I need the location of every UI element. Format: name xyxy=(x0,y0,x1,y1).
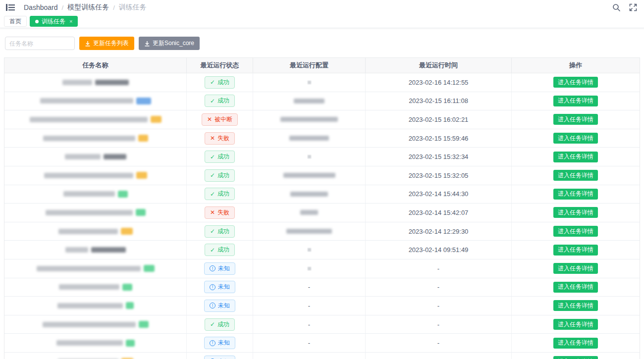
status-label: 被中断 xyxy=(215,115,232,124)
last-run-time-cell: - xyxy=(366,278,512,297)
status-label: 成功 xyxy=(217,153,229,161)
enter-task-detail-button[interactable]: 进入任务详情 xyxy=(553,152,598,162)
task-tag-blue xyxy=(136,98,151,104)
sidebar-collapse-icon[interactable] xyxy=(6,3,16,12)
config-cell xyxy=(253,148,366,166)
status-label: 失败 xyxy=(217,208,229,217)
redacted-task-name xyxy=(57,303,123,308)
tab-training-tasks[interactable]: 训练任务 × xyxy=(30,16,78,27)
last-run-time-cell: 2023-02-16 14:12:55 xyxy=(366,73,512,92)
status-cell: ✓成功 xyxy=(187,222,253,241)
last-run-time-cell: 2023-02-15 15:59:46 xyxy=(366,129,512,148)
task-tag-green xyxy=(126,302,134,309)
last-run-time-cell: - xyxy=(366,297,512,315)
check-icon: ✓ xyxy=(210,79,215,85)
action-cell: 进入任务详情 xyxy=(512,166,640,185)
update-task-list-button[interactable]: 更新任务列表 xyxy=(79,37,134,50)
enter-task-detail-button[interactable]: 进入任务详情 xyxy=(553,245,598,256)
breadcrumb-item-model-training[interactable]: 模型训练任务 xyxy=(67,3,109,12)
status-label: 成功 xyxy=(217,227,229,236)
status-cell: ✓成功 xyxy=(187,148,253,166)
table-body: ✓成功2023-02-16 14:12:55进入任务详情✓成功2023-02-1… xyxy=(4,73,640,359)
enter-task-detail-button[interactable]: 进入任务详情 xyxy=(553,133,598,144)
config-cell: - xyxy=(253,278,366,297)
check-icon: ✓ xyxy=(210,154,215,160)
enter-task-detail-button[interactable]: 进入任务详情 xyxy=(553,338,598,349)
status-cell: !未知 xyxy=(187,334,253,352)
action-cell: 进入任务详情 xyxy=(512,92,640,110)
config-cell xyxy=(253,166,366,185)
redacted-config xyxy=(283,173,335,178)
enter-task-detail-button[interactable]: 进入任务详情 xyxy=(553,170,598,181)
search-icon[interactable] xyxy=(611,2,621,12)
status-cell: !未知 xyxy=(187,297,253,315)
table-row: ✓成功2023-02-14 15:44:30进入任务详情 xyxy=(4,185,640,204)
config-cell xyxy=(253,259,366,278)
status-label: 未知 xyxy=(218,339,230,347)
task-tag-green xyxy=(118,191,128,198)
breadcrumb-item-training-tasks: 训练任务 xyxy=(119,3,147,12)
column-header-task-name: 任务名称 xyxy=(4,58,187,73)
action-cell: 进入任务详情 xyxy=(512,222,640,241)
redacted-task-name xyxy=(91,247,126,253)
active-tab-dot-icon xyxy=(35,20,39,23)
table-row: ✓成功2023-02-15 16:11:08进入任务详情 xyxy=(4,92,640,111)
status-cell: !未知 xyxy=(187,278,253,297)
config-cell: - xyxy=(253,297,366,315)
enter-task-detail-button[interactable]: 进入任务详情 xyxy=(553,226,598,237)
redacted-task-name xyxy=(95,80,129,85)
status-label: 成功 xyxy=(217,246,229,254)
table-row: ✓成功--进入任务详情 xyxy=(4,315,640,334)
table-row: !未知--进入任务详情 xyxy=(4,297,640,315)
task-name-cell xyxy=(4,315,187,334)
enter-task-detail-button[interactable]: 进入任务详情 xyxy=(553,114,598,125)
cross-icon: ✕ xyxy=(207,116,212,122)
redacted-task-name xyxy=(58,229,118,234)
redacted-config xyxy=(294,99,324,103)
fullscreen-icon[interactable] xyxy=(628,2,638,12)
enter-task-detail-button[interactable]: 进入任务详情 xyxy=(553,356,598,359)
check-icon: ✓ xyxy=(210,228,215,234)
task-tag-green xyxy=(144,265,155,272)
column-header-last-run-config: 最近运行配置 xyxy=(253,58,366,73)
cross-icon: ✕ xyxy=(210,209,215,215)
redacted-config-dot xyxy=(308,267,311,270)
tab-close-icon[interactable]: × xyxy=(69,19,72,24)
redacted-task-name xyxy=(44,173,133,178)
enter-task-detail-button[interactable]: 进入任务详情 xyxy=(553,189,598,200)
task-name-search-input[interactable] xyxy=(5,37,75,50)
table-row: ✕失败2023-02-14 15:42:07进入任务详情 xyxy=(4,204,640,222)
redacted-task-name xyxy=(65,247,88,253)
breadcrumb-item-dashboard[interactable]: Dashboard xyxy=(24,3,58,11)
update-sonic-core-button[interactable]: 更新Sonic_core xyxy=(139,37,200,50)
task-tag-green xyxy=(126,340,135,347)
enter-task-detail-button[interactable]: 进入任务详情 xyxy=(553,282,598,293)
config-cell: - xyxy=(253,315,366,334)
action-cell: 进入任务详情 xyxy=(512,110,640,129)
task-name-cell xyxy=(4,73,187,92)
column-header-last-run-status: 最近运行状态 xyxy=(187,58,253,73)
task-name-cell xyxy=(4,353,187,359)
enter-task-detail-button[interactable]: 进入任务详情 xyxy=(553,96,598,106)
redacted-task-name xyxy=(46,210,133,215)
last-run-time-cell: - xyxy=(366,334,512,352)
status-cell: ✕失败 xyxy=(187,204,253,222)
check-icon: ✓ xyxy=(210,321,215,327)
empty-config-value: - xyxy=(308,321,310,328)
redacted-config xyxy=(300,210,318,215)
tab-home[interactable]: 首页 xyxy=(4,16,27,27)
download-icon xyxy=(144,41,150,47)
status-cell: ✓成功 xyxy=(187,315,253,334)
action-cell: 进入任务详情 xyxy=(512,204,640,222)
redacted-task-name xyxy=(43,136,135,141)
enter-task-detail-button[interactable]: 进入任务详情 xyxy=(553,77,598,88)
config-cell xyxy=(253,73,366,92)
action-cell: 进入任务详情 xyxy=(512,315,640,334)
enter-task-detail-button[interactable]: 进入任务详情 xyxy=(553,263,598,274)
last-run-time-cell: 2023-02-15 16:02:21 xyxy=(366,110,512,129)
enter-task-detail-button[interactable]: 进入任务详情 xyxy=(553,300,598,311)
enter-task-detail-button[interactable]: 进入任务详情 xyxy=(553,319,598,330)
task-name-cell xyxy=(4,129,187,148)
enter-task-detail-button[interactable]: 进入任务详情 xyxy=(553,207,598,218)
redacted-config-dot xyxy=(308,248,311,252)
